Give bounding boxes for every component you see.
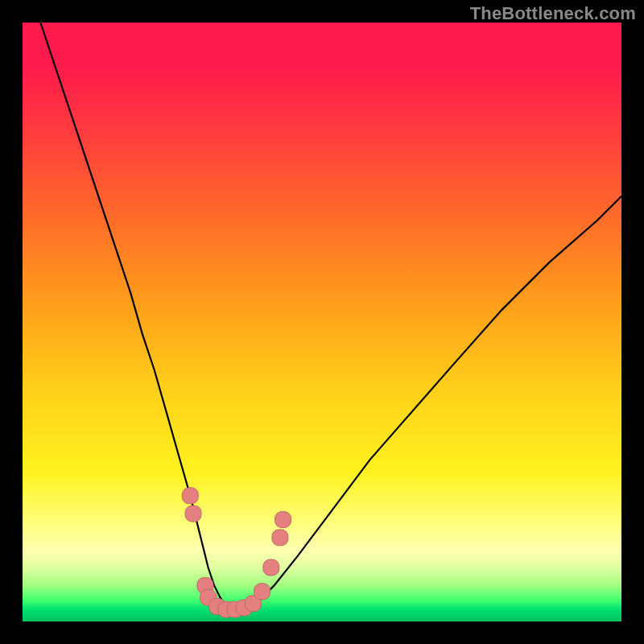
curve-marker [272,530,288,546]
curve-marker [185,506,201,522]
chart-svg [23,23,621,621]
curve-marker [182,488,198,504]
curve-marker [275,512,291,528]
curve-markers [182,488,291,617]
curve-marker [254,584,270,600]
curve-marker [263,559,279,576]
plot-area [23,23,621,621]
watermark-text: TheBottleneck.com [470,3,636,24]
bottleneck-curve [40,23,621,609]
chart-frame: TheBottleneck.com [0,0,644,644]
